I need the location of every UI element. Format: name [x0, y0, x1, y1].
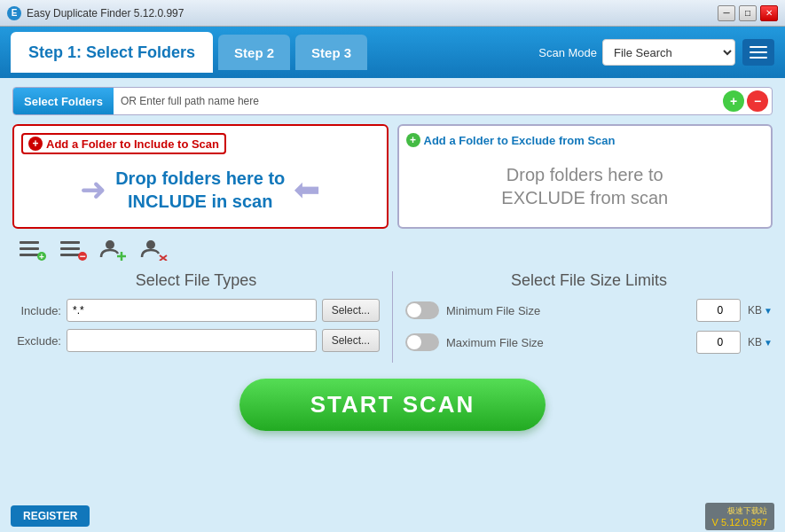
watermark-version: V 5.12.0.997	[712, 517, 767, 528]
remove-user-button[interactable]	[138, 236, 170, 262]
min-size-input[interactable]	[696, 299, 741, 322]
vertical-divider	[392, 271, 393, 363]
file-size-panel: Select File Size Limits Minimum File Siz…	[405, 271, 773, 363]
plus-circle-red-icon: +	[28, 137, 43, 151]
max-size-row: Maximum File Size KB ▼	[405, 331, 773, 354]
svg-rect-0	[20, 241, 39, 244]
add-user-button[interactable]	[98, 236, 130, 262]
exclude-field-row: Exclude: Select...	[12, 329, 380, 352]
include-drop-text: Drop folders here to INCLUDE in scan	[115, 167, 285, 213]
header: Step 1: Select Folders Step 2 Step 3 Sca…	[0, 27, 785, 78]
file-size-title: Select File Size Limits	[405, 271, 773, 290]
include-input[interactable]	[67, 299, 317, 322]
svg-rect-6	[60, 247, 80, 250]
main-content: Select Folders OR Enter full path name h…	[0, 78, 785, 532]
exclude-drop-zone: + Add a Folder to Exclude from Scan Drop…	[397, 124, 773, 229]
file-types-title: Select File Types	[12, 271, 380, 290]
add-list-icon: +	[18, 238, 46, 261]
max-size-label: Maximum File Size	[446, 336, 689, 349]
svg-rect-7	[60, 254, 80, 256]
path-add-button[interactable]: +	[723, 90, 744, 112]
app-icon: E	[7, 6, 21, 20]
scan-btn-area: START SCAN	[12, 372, 773, 434]
remove-list-button[interactable]: −	[57, 236, 89, 262]
step3-tab[interactable]: Step 3	[295, 35, 367, 70]
remove-list-icon: −	[59, 238, 87, 261]
add-include-folder-button[interactable]: + Add a Folder to Include to Scan	[21, 133, 226, 154]
bottom-section: Select File Types Include: Select... Exc…	[12, 271, 773, 363]
step2-tab[interactable]: Step 2	[218, 35, 290, 70]
watermark-cn: 极速下载站	[727, 505, 767, 517]
path-or-text: OR Enter full path name here	[114, 95, 266, 107]
svg-point-10	[106, 240, 114, 249]
drop-zones: + Add a Folder to Include to Scan ➜ Drop…	[12, 124, 773, 229]
include-drop-zone: + Add a Folder to Include to Scan ➜ Drop…	[12, 124, 389, 229]
start-scan-button[interactable]: START SCAN	[239, 379, 546, 431]
svg-text:−: −	[79, 250, 85, 261]
exclude-input[interactable]	[67, 329, 317, 352]
path-input[interactable]	[266, 95, 723, 107]
add-include-folder-label: Add a Folder to Include to Scan	[46, 137, 219, 151]
svg-rect-2	[20, 254, 39, 256]
add-list-button[interactable]: +	[16, 236, 48, 262]
exclude-drop-text: Drop folders here to EXCLUDE from scan	[501, 163, 668, 209]
min-size-unit: KB ▼	[748, 304, 773, 317]
hamburger-line-2	[750, 51, 767, 53]
exclude-select-button[interactable]: Select...	[322, 329, 380, 352]
arrow-right-icon: ➜	[80, 171, 106, 208]
file-types-panel: Select File Types Include: Select... Exc…	[12, 271, 380, 363]
include-label: Include:	[12, 304, 61, 317]
register-button[interactable]: REGISTER	[11, 505, 90, 527]
min-size-toggle[interactable]	[405, 301, 439, 319]
step1-tab[interactable]: Step 1: Select Folders	[11, 32, 213, 73]
add-exclude-folder-label: Add a Folder to Exclude from Scan	[424, 134, 616, 147]
minimize-button[interactable]: ─	[718, 5, 735, 21]
arrow-left-icon: ⬅	[294, 171, 320, 208]
toolbar: + −	[12, 236, 773, 262]
max-size-unit: KB ▼	[748, 336, 773, 348]
min-unit-dropdown-icon[interactable]: ▼	[764, 306, 773, 316]
hamburger-line-1	[750, 46, 767, 48]
footer: REGISTER 极速下载站 V 5.12.0.997	[0, 500, 785, 532]
close-button[interactable]: ✕	[760, 5, 778, 21]
path-bar: Select Folders OR Enter full path name h…	[12, 87, 773, 115]
include-select-button[interactable]: Select...	[322, 299, 380, 322]
menu-button[interactable]	[742, 39, 774, 66]
title-bar: E Easy Duplicate Finder 5.12.0.997 ─ □ ✕	[0, 0, 785, 27]
svg-text:+: +	[39, 252, 44, 261]
plus-circle-green-icon: +	[406, 133, 420, 147]
add-user-icon	[99, 238, 128, 261]
title-bar-controls: ─ □ ✕	[718, 5, 778, 21]
svg-rect-1	[20, 247, 39, 250]
include-zone-header: + Add a Folder to Include to Scan	[21, 133, 380, 154]
include-field-row: Include: Select...	[12, 299, 380, 322]
svg-point-13	[146, 240, 155, 249]
min-size-row: Minimum File Size KB ▼	[405, 299, 773, 322]
scan-mode-label: Scan Mode	[538, 46, 597, 59]
min-size-label: Minimum File Size	[446, 304, 689, 317]
title-bar-text: Easy Duplicate Finder 5.12.0.997	[27, 7, 184, 20]
watermark: 极速下载站 V 5.12.0.997	[705, 503, 774, 530]
path-remove-button[interactable]: −	[747, 90, 768, 112]
add-exclude-folder-button[interactable]: + Add a Folder to Exclude from Scan	[406, 133, 616, 147]
maximize-button[interactable]: □	[739, 5, 757, 21]
exclude-drop-content: Drop folders here to EXCLUDE from scan	[406, 153, 765, 220]
max-size-toggle[interactable]	[405, 333, 439, 351]
remove-user-icon	[140, 238, 169, 261]
path-bar-label[interactable]: Select Folders	[13, 88, 114, 114]
include-drop-content: ➜ Drop folders here to INCLUDE in scan ⬅	[21, 160, 380, 220]
exclude-label: Exclude:	[12, 334, 61, 348]
exclude-zone-header: + Add a Folder to Exclude from Scan	[406, 133, 765, 147]
max-unit-dropdown-icon[interactable]: ▼	[764, 338, 773, 348]
scan-mode-select[interactable]: File Search Audio Search Image Search Al…	[602, 39, 735, 66]
max-size-input[interactable]	[696, 331, 741, 354]
svg-rect-5	[60, 241, 80, 244]
title-bar-left: E Easy Duplicate Finder 5.12.0.997	[7, 6, 184, 20]
hamburger-line-3	[750, 57, 767, 59]
